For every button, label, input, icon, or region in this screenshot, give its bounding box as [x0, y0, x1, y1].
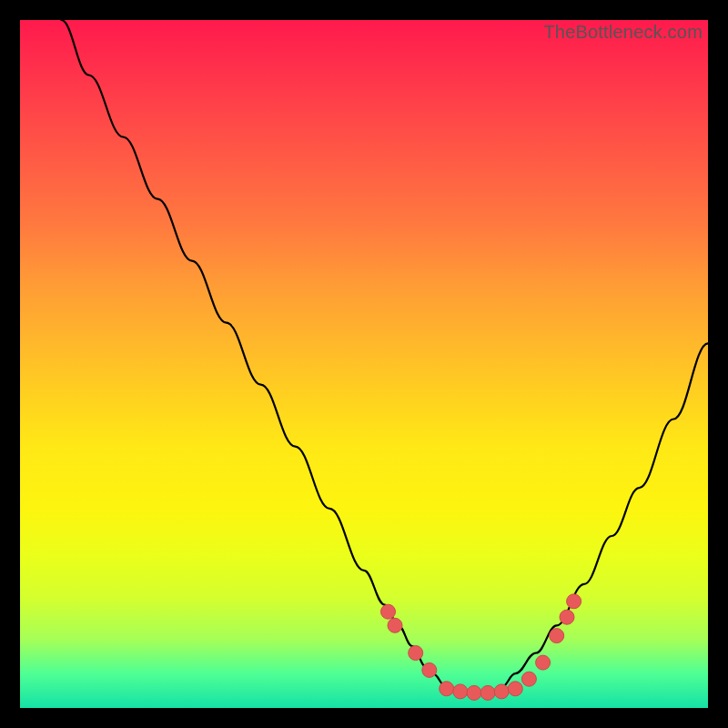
data-point — [388, 618, 402, 632]
data-point — [521, 672, 536, 686]
data-point — [536, 655, 551, 670]
data-point — [480, 685, 495, 700]
data-point — [508, 682, 522, 696]
data-point — [381, 604, 396, 619]
data-point — [467, 685, 481, 700]
bottleneck-curve — [61, 20, 708, 694]
data-point — [453, 684, 468, 699]
data-point — [567, 594, 581, 609]
data-point — [409, 646, 423, 661]
data-point — [422, 662, 437, 677]
data-point — [440, 682, 454, 696]
data-point — [494, 684, 509, 699]
chart-svg — [20, 20, 708, 708]
data-point — [550, 629, 564, 643]
highlight-points — [381, 594, 581, 701]
data-point — [560, 610, 574, 624]
plot-area: TheBottleneck.com — [20, 20, 708, 708]
watermark-text: TheBottleneck.com — [543, 22, 703, 43]
